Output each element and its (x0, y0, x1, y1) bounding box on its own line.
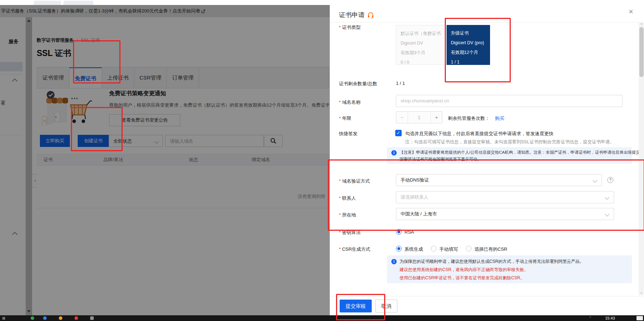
years-stepper[interactable]: − 1 + (396, 111, 442, 123)
chevron-down-icon (605, 195, 609, 200)
contact-select[interactable]: 请选择联系人 (396, 191, 614, 203)
start-icon[interactable]: ⊞ (2, 316, 5, 320)
buy-link[interactable]: 购买 (495, 115, 504, 122)
quick-issue-label: 快捷签发 (339, 131, 357, 137)
quick-issue-checkbox[interactable]: ✓ (395, 130, 402, 136)
csr-notice-box: i 为保障您的证书顺利申请，建议您使用默认生成CSR的方式，手动上传将无法部署到… (387, 255, 632, 283)
taskbar-app-icon[interactable] (43, 316, 47, 320)
years-label: 年限 (339, 115, 351, 122)
quick-issue-line1: 勾选并且完善以下信息，付款后将直接提交证书申请请求，签发速度更快 (405, 131, 553, 137)
remaining-value: 1 / 1 (396, 81, 405, 86)
card-line: 有效期12个月 (451, 48, 486, 57)
csr-system-label[interactable]: 系统生成 (405, 246, 423, 253)
submit-review-button[interactable]: 提交审核 (340, 300, 372, 312)
card-line: Digicert DV (401, 39, 441, 48)
headset-icon[interactable] (367, 11, 374, 20)
csr-manual-label[interactable]: 手动填写 (439, 246, 458, 253)
browser-tab[interactable] (63, 1, 93, 5)
chevron-down-icon (605, 212, 609, 216)
stepper-minus-button[interactable]: − (396, 112, 408, 123)
csr-notice-line2: 建议您使用系统创建的CSR，避免因内容不正确而导致的审核失败。 (400, 267, 528, 273)
location-label: 所在地 (339, 212, 356, 218)
quick-issue-line2: 注：勾选后可填写证书信息，直接提交审核。未勾选需要到SSL证书控制台完善证书信息… (405, 139, 614, 145)
taskbar-tray-box[interactable] (637, 316, 643, 320)
scroll-down-icon[interactable]: ⌄ (639, 290, 644, 295)
csr-notice-line3: 使用已创建的CSR申请证书，请不要在证书签发完成前删除CSR。 (400, 275, 525, 281)
taskbar-tray-caret[interactable]: ⌃ (589, 315, 592, 321)
stepper-value: 1 (408, 112, 431, 123)
rsa-radio-label: RSA (405, 229, 414, 235)
panel-title: 证书申请 (339, 11, 365, 19)
dns-validation-label: 域名验证方式 (339, 178, 370, 184)
stepper-plus-button[interactable]: + (431, 112, 442, 123)
key-algorithm-label: 密钥算法 (339, 229, 361, 236)
cert-type-card-default[interactable]: 默认证书（免费证书） Digicert DV 有效期3个月 0 / 0 (396, 25, 445, 65)
card-line: 1 / 1 (451, 57, 486, 67)
location-value: 中国大陆 / 上海市 (401, 211, 437, 216)
dns-validation-select[interactable]: 手动DNS验证 (396, 174, 602, 186)
modal-mask[interactable] (0, 5, 330, 315)
taskbar-app-icon[interactable] (90, 316, 94, 320)
remaining-label: 证书剩余数量/总数 (339, 81, 377, 87)
domain-input[interactable]: shop.chunxuanyanzi.cn (396, 95, 623, 107)
cert-type-card-upgrade-selected[interactable]: 升级证书 Digicert DV (pro) 有效期12个月 1 / 1 (447, 25, 490, 65)
scroll-up-icon[interactable]: ⌃ (639, 22, 644, 28)
check-icon: ✓ (397, 130, 401, 136)
csr-manual-radio[interactable] (431, 246, 437, 251)
rsa-radio[interactable] (396, 229, 402, 235)
chevron-down-icon (593, 178, 597, 183)
help-icon[interactable]: ? (607, 177, 613, 183)
taskbar-app-icon[interactable] (74, 316, 78, 320)
browser-tab[interactable] (34, 1, 61, 5)
ca-notice-line2: 国密算法证书只能在国密浏览器下显示可信。 (400, 157, 481, 162)
ca-notice-box: i 【注意】申请证书需要将您提供的个人/公司信息提交给CA机构，请知悉。注意：非… (387, 147, 632, 164)
csr-existing-radio[interactable] (466, 246, 472, 251)
panel-scrollbar-thumb[interactable] (639, 27, 644, 77)
location-select[interactable]: 中国大陆 / 上海市 (396, 208, 614, 220)
close-icon[interactable]: × (629, 8, 633, 16)
taskbar-app-icon[interactable] (31, 316, 34, 320)
ca-notice-line1: 【注意】申请证书需要将您提供的个人/公司信息提交给CA机构，请知悉。注意：非国产… (400, 150, 644, 155)
taskbar-app-icon[interactable] (59, 316, 62, 320)
taskbar: ⊞ ⌃ 15:43 (0, 315, 644, 321)
csr-system-radio[interactable] (396, 246, 402, 251)
taskbar-clock[interactable]: 15:43 (605, 315, 615, 321)
cancel-button[interactable]: 取消 (375, 300, 397, 312)
info-icon: i (391, 259, 397, 264)
divider (330, 22, 644, 22)
card-line: 升级证书 (451, 29, 486, 38)
csr-mode-label: CSR生成方式 (339, 246, 370, 253)
domain-label: 域名名称 (339, 99, 361, 106)
info-icon: i (391, 150, 397, 156)
dns-validation-value: 手动DNS验证 (401, 177, 429, 183)
contact-placeholder: 请选择联系人 (401, 194, 428, 200)
cert-apply-panel: 证书申请 × 证书类型 默认证书（免费证书） Digicert DV 有效期3个… (330, 5, 644, 315)
csr-existing-label[interactable]: 选择已有的CSR (474, 246, 507, 253)
browser-strip (0, 0, 644, 5)
screen: 字证书服务（SSL证书服务）的体验调研，仅需1-3分钟，有机会获得200元代金券… (0, 0, 644, 321)
card-line: 0 / 0 (401, 58, 441, 67)
cert-type-label: 证书类型 (339, 24, 361, 31)
divider (330, 296, 644, 296)
hosted-service-label: 剩余托管服务次数： (448, 115, 490, 122)
card-line: 默认证书（免费证书） (401, 29, 441, 39)
csr-notice-line1: 为保障您的证书顺利申请，建议您使用默认生成CSR的方式，手动上传将无法部署到阿里… (400, 259, 584, 265)
card-line: 有效期3个月 (401, 48, 441, 58)
card-line: Digicert DV (pro) (451, 38, 486, 48)
contact-label: 联系人 (339, 195, 356, 202)
